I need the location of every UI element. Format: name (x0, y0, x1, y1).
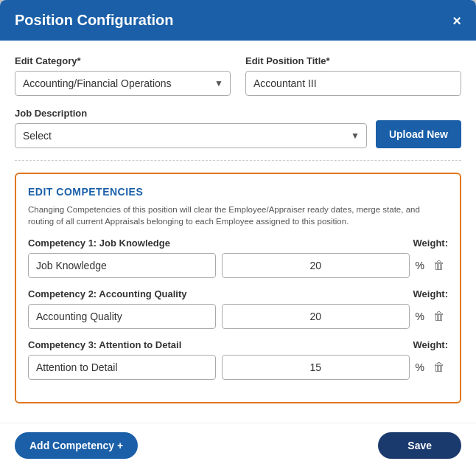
close-button[interactable]: × (452, 13, 461, 28)
modal-body: Edit Category* Accounting/Financial Oper… (0, 41, 476, 423)
modal-title: Position Configuration (15, 12, 174, 29)
edit-category-select-wrapper: Accounting/Financial Operations ▼ (15, 71, 231, 96)
category-title-row: Edit Category* Accounting/Financial Oper… (15, 55, 461, 96)
edit-competencies-warning: Changing Competencies of this position w… (28, 204, 448, 227)
percent-sign-1: % (416, 260, 424, 271)
competency-weight-label-2: Weight: (413, 288, 448, 299)
edit-position-title-input[interactable] (245, 71, 461, 96)
edit-position-title-label: Edit Position Title* (245, 55, 461, 66)
competency-weight-input-3[interactable] (222, 355, 410, 380)
edit-position-title-group: Edit Position Title* (245, 55, 461, 96)
competency-input-row-1: % 🗑 (28, 253, 448, 278)
competency-header-3: Competency 3: Attention to Detail Weight… (28, 339, 448, 350)
competency-label-2: Competency 2: Accounting Quality (28, 288, 187, 299)
job-description-row: Job Description Select ▼ Upload New (15, 108, 461, 148)
competency-weight-label-3: Weight: (413, 339, 448, 350)
position-configuration-modal: Position Configuration × Edit Category* … (0, 0, 476, 461)
modal-footer: Add Competency + Save (0, 423, 476, 461)
edit-category-label: Edit Category* (15, 55, 231, 66)
job-description-label: Job Description (15, 108, 367, 119)
competency-block-2: Competency 2: Accounting Quality Weight:… (28, 288, 448, 329)
delete-competency-button-2[interactable]: 🗑 (430, 308, 448, 325)
competency-input-row-2: % 🗑 (28, 304, 448, 329)
competency-label-1: Competency 1: Job Knowledge (28, 238, 170, 249)
competency-label-3: Competency 3: Attention to Detail (28, 339, 181, 350)
modal-header: Position Configuration × (0, 0, 476, 41)
edit-competencies-title: EDIT COMPETENCIES (28, 186, 448, 198)
delete-competency-button-3[interactable]: 🗑 (430, 359, 448, 375)
competency-weight-input-1[interactable] (222, 253, 410, 278)
section-divider (15, 160, 461, 161)
upload-new-button[interactable]: Upload New (376, 120, 461, 148)
save-button[interactable]: Save (378, 432, 461, 459)
job-description-select-wrapper: Select ▼ (15, 123, 367, 148)
competency-value-input-1[interactable] (28, 253, 216, 278)
competency-header-1: Competency 1: Job Knowledge Weight: (28, 238, 448, 249)
add-competency-button[interactable]: Add Competency + (15, 432, 138, 459)
edit-competencies-section: EDIT COMPETENCIES Changing Competencies … (15, 173, 461, 403)
delete-competency-button-1[interactable]: 🗑 (430, 257, 448, 274)
percent-sign-3: % (416, 361, 424, 373)
competency-value-input-3[interactable] (28, 355, 216, 380)
competency-header-2: Competency 2: Accounting Quality Weight: (28, 288, 448, 299)
competency-block-3: Competency 3: Attention to Detail Weight… (28, 339, 448, 380)
competency-input-row-3: % 🗑 (28, 355, 448, 380)
edit-category-group: Edit Category* Accounting/Financial Oper… (15, 55, 231, 96)
edit-category-select[interactable]: Accounting/Financial Operations (15, 71, 231, 96)
job-description-select[interactable]: Select (15, 123, 367, 148)
competency-block-1: Competency 1: Job Knowledge Weight: % 🗑 (28, 238, 448, 278)
competency-value-input-2[interactable] (28, 304, 216, 329)
percent-sign-2: % (416, 311, 424, 322)
competency-weight-label-1: Weight: (413, 238, 448, 249)
job-description-group: Job Description Select ▼ (15, 108, 367, 148)
competency-weight-input-2[interactable] (222, 304, 410, 329)
